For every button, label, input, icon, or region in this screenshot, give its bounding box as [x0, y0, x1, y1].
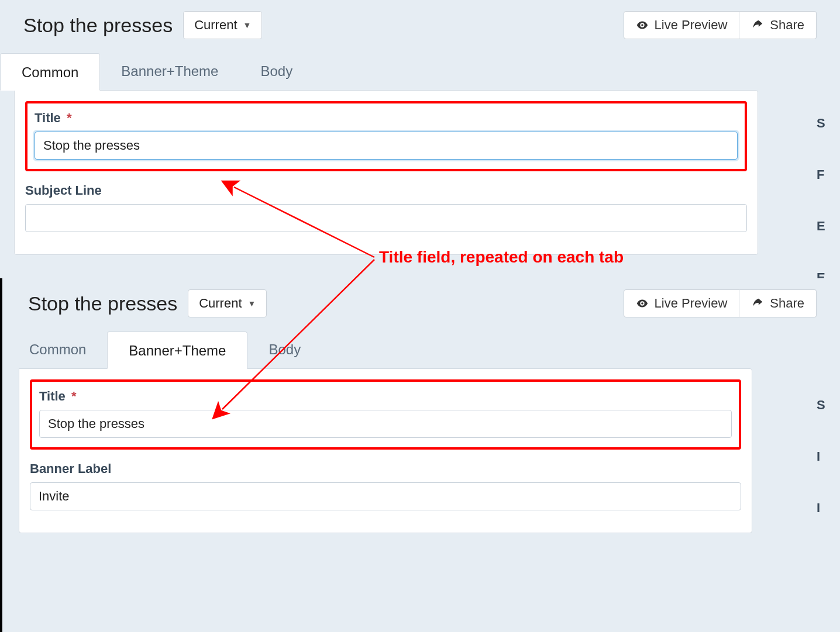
subject-field-group: Subject Line — [25, 183, 747, 232]
share-icon — [751, 297, 764, 310]
tab-common[interactable]: Common — [0, 53, 100, 91]
header: Stop the presses Current ▼ Live Preview … — [0, 0, 840, 50]
title-input[interactable] — [39, 410, 732, 438]
header-actions: Live Preview Share — [624, 289, 817, 317]
tab-banner-theme[interactable]: Banner+Theme — [100, 53, 239, 90]
form-banner-theme: Title * Banner Label — [19, 368, 752, 533]
banner-label-field-group: Banner Label — [30, 461, 741, 510]
title-input[interactable] — [35, 132, 738, 160]
tab-body[interactable]: Body — [247, 331, 322, 368]
version-label: Current — [199, 296, 242, 311]
share-label: Share — [770, 296, 804, 311]
title-field-group: Title * — [25, 101, 747, 171]
live-preview-button[interactable]: Live Preview — [624, 289, 740, 317]
banner-label-label: Banner Label — [30, 461, 741, 476]
title-label: Title * — [35, 110, 738, 126]
page-title: Stop the presses — [28, 292, 177, 315]
annotation-text: Title field, repeated on each tab — [379, 248, 624, 267]
chevron-down-icon: ▼ — [243, 20, 252, 30]
subject-input[interactable] — [25, 204, 747, 232]
version-dropdown[interactable]: Current ▼ — [183, 11, 262, 39]
required-marker: * — [67, 110, 72, 125]
live-preview-label: Live Preview — [655, 296, 728, 311]
share-icon — [751, 19, 764, 32]
share-button[interactable]: Share — [739, 11, 817, 39]
share-button[interactable]: Share — [739, 289, 817, 317]
header: Stop the presses Current ▼ Live Preview … — [2, 278, 840, 329]
required-marker: * — [71, 389, 77, 403]
tabs: Common Banner+Theme Body — [2, 331, 840, 368]
live-preview-button[interactable]: Live Preview — [624, 11, 740, 39]
tab-banner-theme[interactable]: Banner+Theme — [107, 331, 247, 369]
tab-body[interactable]: Body — [239, 53, 314, 90]
page-title: Stop the presses — [23, 14, 173, 37]
panel-common: Stop the presses Current ▼ Live Preview … — [0, 0, 840, 278]
banner-label-input[interactable] — [30, 482, 741, 510]
title-label: Title * — [39, 389, 732, 404]
version-dropdown[interactable]: Current ▼ — [188, 289, 267, 317]
eye-icon — [636, 19, 649, 32]
eye-icon — [636, 297, 649, 310]
title-field-group: Title * — [30, 379, 741, 450]
subject-label: Subject Line — [25, 183, 747, 198]
version-label: Current — [194, 18, 237, 33]
header-actions: Live Preview Share — [624, 11, 817, 39]
live-preview-label: Live Preview — [655, 18, 728, 33]
form-common: Title * Subject Line — [14, 90, 758, 255]
tab-common[interactable]: Common — [8, 331, 107, 368]
panel-banner-theme: Stop the presses Current ▼ Live Preview … — [0, 278, 840, 632]
chevron-down-icon: ▼ — [248, 299, 256, 308]
tabs: Common Banner+Theme Body — [0, 53, 840, 90]
share-label: Share — [770, 18, 804, 33]
side-partial: S I I — [817, 398, 840, 552]
